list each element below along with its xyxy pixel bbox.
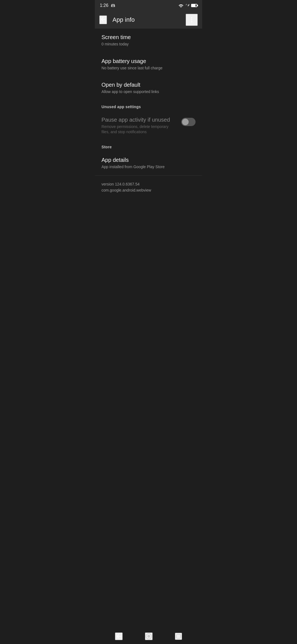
open-by-default-item[interactable]: Open by default Allow app to open suppor… bbox=[95, 76, 202, 100]
battery-usage-title: App battery usage bbox=[101, 58, 196, 64]
car-mode-icon bbox=[111, 3, 116, 8]
toggle-knob bbox=[182, 119, 189, 125]
pause-activity-title: Pause app activity if unused bbox=[101, 117, 177, 123]
status-bar: 1:26 bbox=[95, 0, 202, 11]
pause-activity-item[interactable]: Pause app activity if unused Remove perm… bbox=[95, 111, 202, 140]
signal-icon bbox=[185, 4, 189, 7]
app-bar-left: App info bbox=[99, 15, 135, 24]
battery-usage-subtitle: No battery use since last full charge bbox=[101, 66, 196, 71]
svg-point-1 bbox=[114, 6, 114, 6]
battery-usage-item[interactable]: App battery usage No battery use since l… bbox=[95, 53, 202, 77]
svg-point-3 bbox=[191, 19, 192, 20]
screen-time-subtitle: 0 minutes today bbox=[101, 42, 196, 47]
svg-point-2 bbox=[191, 17, 192, 18]
screen-time-title: Screen time bbox=[101, 34, 196, 40]
battery-icon bbox=[191, 4, 197, 7]
page-title: App info bbox=[112, 16, 135, 23]
pause-activity-text: Pause app activity if unused Remove perm… bbox=[101, 117, 177, 135]
pause-activity-subtitle: Remove permissions, delete temporary fil… bbox=[101, 124, 177, 135]
package-name: com.google.android.webview bbox=[101, 187, 196, 193]
app-bar: App info bbox=[95, 11, 202, 29]
open-by-default-title: Open by default bbox=[101, 82, 196, 88]
footer: version 124.0.6367.54 com.google.android… bbox=[95, 176, 202, 199]
status-icons bbox=[178, 4, 197, 7]
unused-app-settings-label: Unused app settings bbox=[95, 100, 202, 111]
more-options-button[interactable] bbox=[186, 14, 198, 26]
svg-point-4 bbox=[191, 21, 192, 22]
open-by-default-subtitle: Allow app to open supported links bbox=[101, 89, 196, 95]
back-button[interactable] bbox=[99, 15, 107, 24]
main-content: Screen time 0 minutes today App battery … bbox=[95, 29, 202, 232]
store-label: Store bbox=[95, 140, 202, 151]
version-text: version 124.0.6367.54 bbox=[101, 181, 196, 187]
time-display: 1:26 bbox=[100, 3, 108, 8]
app-details-subtitle: App installed from Google Play Store bbox=[101, 164, 196, 170]
app-details-item[interactable]: App details App installed from Google Pl… bbox=[95, 151, 202, 175]
wifi-icon bbox=[178, 4, 183, 7]
status-time-area: 1:26 bbox=[100, 3, 116, 8]
app-details-title: App details bbox=[101, 157, 196, 163]
screen-time-item[interactable]: Screen time 0 minutes today bbox=[95, 29, 202, 53]
pause-activity-toggle[interactable] bbox=[181, 118, 196, 126]
svg-point-0 bbox=[112, 6, 112, 6]
